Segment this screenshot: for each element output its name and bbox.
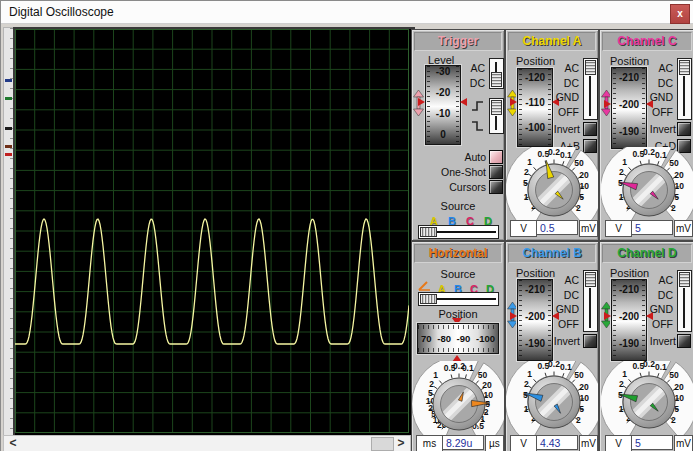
trigger-source-slider[interactable] (418, 225, 499, 239)
switch-thumb[interactable] (679, 60, 690, 75)
switch-option-label: AC (658, 274, 673, 286)
volts-per-div-knob[interactable]: 12510200.50.20.150201052 (506, 361, 598, 435)
volts-per-div-knob[interactable]: 12510200.50.20.150201052 (506, 147, 598, 220)
time-per-div-knob[interactable]: 1251020501002000.50.20.15020105210.5 (412, 361, 504, 435)
switch-option-label: DC (658, 289, 673, 301)
svg-text:1: 1 (527, 369, 532, 379)
svg-text:20: 20 (674, 382, 684, 392)
gauge-tick-label: -20 (426, 88, 460, 98)
invert-button[interactable] (583, 122, 597, 136)
gauge-tick-label: -100 (476, 333, 495, 344)
position-gauge[interactable]: -210-200-190 (517, 279, 553, 361)
scroll-left-icon[interactable]: < (6, 436, 20, 450)
svg-text:2: 2 (619, 379, 624, 389)
scale-value-field[interactable]: 8.29u (442, 435, 484, 450)
coupling-switch[interactable] (583, 270, 598, 332)
unit-right: mV (579, 435, 598, 451)
switch-option-label: AC (564, 274, 579, 286)
position-gauge[interactable]: -120-110-100-90 (517, 68, 553, 147)
scale-value-field[interactable]: 5 (631, 220, 673, 235)
switch-option-label: GND (650, 91, 673, 103)
gauge-tick-label: -190 (612, 127, 646, 137)
switch-option-label: GND (650, 303, 673, 315)
trigger-edge-switch[interactable] (489, 98, 504, 134)
scroll-right-icon[interactable]: > (394, 436, 408, 450)
trigger-coupling-switch[interactable] (489, 58, 504, 89)
switch-option-label: GND (556, 303, 579, 315)
svg-text:0.2: 0.2 (643, 361, 655, 369)
unit-left: V (605, 435, 632, 451)
horizontal-source-slider[interactable] (418, 292, 499, 306)
gauge-marker-right (552, 312, 559, 320)
scale-value-field[interactable]: 4.43 (536, 435, 578, 450)
horizontal-position-gauge[interactable]: 70-80-90-100 (417, 323, 499, 354)
oscilloscope-window: Digital Oscilloscope x < > Trigger Level… (0, 0, 693, 451)
gauge-tick-label: -210 (518, 285, 552, 295)
volts-per-div-knob[interactable]: 12510200.50.20.150201052 (601, 361, 693, 435)
trigger-level-gauge[interactable]: -30-20-100 (425, 65, 461, 145)
switch-thumb[interactable] (491, 100, 502, 115)
scale-value-field[interactable]: 0.5 (536, 220, 578, 235)
panel-title: Channel A (508, 32, 596, 51)
scale-value-field[interactable]: 5 (631, 435, 673, 450)
falling-edge-icon[interactable] (471, 120, 484, 132)
svg-text:50: 50 (478, 370, 488, 380)
title-bar[interactable]: Digital Oscilloscope x (1, 1, 693, 24)
ruler-mark (5, 97, 12, 100)
slider-thumb[interactable] (420, 227, 437, 237)
auto-button[interactable] (489, 150, 503, 164)
horizontal-panel: Horizontal Source ABCD Position 70-80-90… (411, 241, 505, 451)
button-label: Auto (464, 151, 486, 163)
scope-display[interactable] (13, 27, 415, 439)
gauge-marker-left (510, 312, 517, 320)
invert-button[interactable] (677, 334, 691, 348)
close-icon[interactable]: x (670, 4, 690, 24)
svg-text:1: 1 (622, 369, 627, 379)
unit-left: V (510, 220, 537, 237)
coupling-switch[interactable] (677, 58, 692, 120)
rising-edge-icon[interactable] (471, 100, 484, 112)
ruler-mark (5, 79, 12, 82)
gauge-marker-left (604, 100, 611, 108)
svg-text:2: 2 (576, 203, 581, 213)
switch-option-label: AC (658, 62, 673, 74)
svg-text:50: 50 (574, 158, 584, 168)
ruler-mark (5, 127, 12, 130)
switch-thumb[interactable] (491, 72, 502, 87)
ruler-mark (5, 145, 12, 148)
button-label: One-Shot (441, 166, 486, 178)
svg-text:2: 2 (576, 415, 581, 425)
switch-option-label: DC (470, 77, 485, 89)
svg-text:5: 5 (523, 390, 528, 400)
switch-thumb[interactable] (585, 272, 596, 287)
svg-text:0.1: 0.1 (462, 363, 474, 373)
svg-text:10: 10 (580, 181, 590, 191)
switch-thumb[interactable] (679, 272, 690, 287)
invert-button[interactable] (677, 122, 691, 136)
coupling-switch[interactable] (677, 270, 692, 332)
position-gauge[interactable]: -210-200-190 (611, 279, 647, 361)
position-label: Position (516, 267, 555, 279)
one-shot-button[interactable] (489, 165, 503, 179)
unit-left: V (605, 220, 632, 237)
invert-button[interactable] (583, 334, 597, 348)
coupling-switch[interactable] (583, 58, 598, 120)
volts-per-div-knob[interactable]: 12510200.50.20.150201052 (601, 147, 693, 220)
scrollbar-thumb[interactable] (371, 437, 394, 451)
gauge-marker-right (460, 98, 467, 106)
cursors-button[interactable] (489, 180, 503, 194)
switch-thumb[interactable] (585, 60, 596, 75)
gauge-tick-label: -110 (518, 98, 552, 108)
svg-text:0.2: 0.2 (548, 361, 560, 369)
panel-title: Channel B (508, 244, 596, 263)
horizontal-scrollbar[interactable]: < > (3, 435, 411, 451)
gauge-tick-label: -190 (612, 339, 646, 349)
slider-thumb[interactable] (420, 294, 437, 304)
position-gauge[interactable]: -210-200-190 (611, 67, 647, 149)
svg-text:10: 10 (580, 393, 590, 403)
gauge-tick-label: -90 (457, 333, 471, 344)
waveform-plot (15, 29, 409, 433)
svg-text:0.1: 0.1 (560, 362, 572, 372)
svg-text:2: 2 (524, 379, 529, 389)
svg-text:2: 2 (524, 167, 529, 177)
